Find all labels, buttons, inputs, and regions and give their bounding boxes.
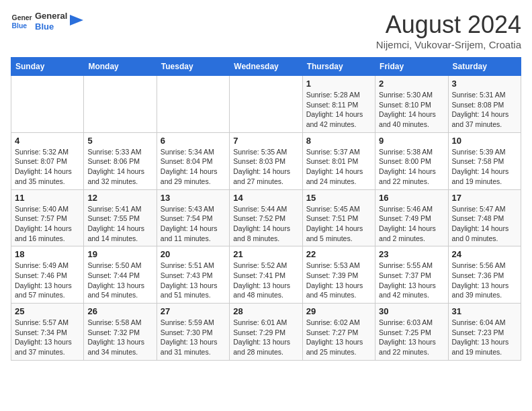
day-info: Sunrise: 5:56 AMSunset: 7:36 PMDaylight:…: [452, 261, 517, 300]
calendar-cell: 1Sunrise: 5:28 AMSunset: 8:11 PMDaylight…: [302, 76, 375, 133]
day-info: Sunrise: 5:47 AMSunset: 7:48 PMDaylight:…: [452, 204, 517, 244]
calendar-cell: 9Sunrise: 5:38 AMSunset: 8:00 PMDaylight…: [375, 132, 448, 189]
day-info: Sunrise: 5:41 AMSunset: 7:55 PMDaylight:…: [87, 204, 152, 244]
day-number: 10: [452, 136, 517, 146]
day-number: 12: [87, 193, 152, 203]
day-info: Sunrise: 5:39 AMSunset: 7:58 PMDaylight:…: [452, 147, 517, 187]
calendar-week-4: 25Sunrise: 5:57 AMSunset: 7:34 PMDayligh…: [11, 304, 521, 361]
day-info: Sunrise: 5:32 AMSunset: 8:07 PMDaylight:…: [15, 147, 80, 187]
day-info: Sunrise: 5:59 AMSunset: 7:30 PMDaylight:…: [161, 318, 226, 357]
calendar-week-2: 11Sunrise: 5:40 AMSunset: 7:57 PMDayligh…: [11, 189, 521, 246]
calendar-cell: [84, 76, 157, 133]
calendar-cell: 13Sunrise: 5:43 AMSunset: 7:54 PMDayligh…: [157, 189, 229, 246]
calendar-cell: 24Sunrise: 5:56 AMSunset: 7:36 PMDayligh…: [448, 246, 521, 304]
day-info: Sunrise: 5:44 AMSunset: 7:52 PMDaylight:…: [233, 204, 298, 244]
day-info: Sunrise: 5:53 AMSunset: 7:39 PMDaylight:…: [306, 261, 371, 300]
day-info: Sunrise: 5:35 AMSunset: 8:03 PMDaylight:…: [233, 147, 298, 187]
day-number: 14: [233, 193, 298, 203]
day-number: 25: [15, 306, 80, 316]
column-header-thursday: Thursday: [302, 58, 375, 76]
day-number: 15: [306, 193, 371, 203]
calendar-cell: 27Sunrise: 5:59 AMSunset: 7:30 PMDayligh…: [157, 304, 229, 361]
day-info: Sunrise: 5:34 AMSunset: 8:04 PMDaylight:…: [161, 147, 226, 187]
day-number: 9: [379, 136, 444, 146]
day-number: 1: [306, 79, 371, 89]
day-number: 20: [161, 249, 226, 259]
day-info: Sunrise: 5:45 AMSunset: 7:51 PMDaylight:…: [306, 204, 371, 244]
calendar-cell: 15Sunrise: 5:45 AMSunset: 7:51 PMDayligh…: [302, 189, 375, 246]
logo: General Blue General Blue: [11, 11, 83, 32]
calendar-cell: 6Sunrise: 5:34 AMSunset: 8:04 PMDaylight…: [157, 132, 229, 189]
day-info: Sunrise: 5:28 AMSunset: 8:11 PMDaylight:…: [306, 90, 371, 130]
calendar-cell: 26Sunrise: 5:58 AMSunset: 7:32 PMDayligh…: [84, 304, 157, 361]
day-info: Sunrise: 5:58 AMSunset: 7:32 PMDaylight:…: [87, 318, 152, 357]
day-number: 30: [379, 306, 444, 316]
calendar-cell: 18Sunrise: 5:49 AMSunset: 7:46 PMDayligh…: [11, 246, 84, 304]
calendar-table: SundayMondayTuesdayWednesdayThursdayFrid…: [11, 57, 521, 361]
day-info: Sunrise: 6:02 AMSunset: 7:27 PMDaylight:…: [306, 318, 371, 357]
calendar-cell: 12Sunrise: 5:41 AMSunset: 7:55 PMDayligh…: [84, 189, 157, 246]
calendar-cell: 10Sunrise: 5:39 AMSunset: 7:58 PMDayligh…: [448, 132, 521, 189]
column-header-friday: Friday: [375, 58, 448, 76]
calendar-cell: 29Sunrise: 6:02 AMSunset: 7:27 PMDayligh…: [302, 304, 375, 361]
calendar-cell: 20Sunrise: 5:51 AMSunset: 7:43 PMDayligh…: [157, 246, 229, 304]
day-number: 22: [306, 249, 371, 259]
day-number: 28: [233, 306, 298, 316]
column-header-saturday: Saturday: [448, 58, 521, 76]
day-number: 2: [379, 79, 444, 89]
calendar-cell: 7Sunrise: 5:35 AMSunset: 8:03 PMDaylight…: [230, 132, 302, 189]
calendar-cell: 2Sunrise: 5:30 AMSunset: 8:10 PMDaylight…: [375, 76, 448, 133]
day-number: 5: [87, 136, 152, 146]
day-number: 27: [161, 306, 226, 316]
month-title: August 2024: [376, 11, 521, 39]
day-number: 23: [379, 249, 444, 259]
day-number: 7: [233, 136, 298, 146]
calendar-cell: 5Sunrise: 5:33 AMSunset: 8:06 PMDaylight…: [84, 132, 157, 189]
day-number: 17: [452, 193, 517, 203]
day-info: Sunrise: 5:49 AMSunset: 7:46 PMDaylight:…: [15, 261, 80, 300]
page-header: General Blue General Blue August 2024 Ni…: [11, 11, 521, 50]
day-info: Sunrise: 5:38 AMSunset: 8:00 PMDaylight:…: [379, 147, 444, 187]
calendar-cell: [230, 76, 302, 133]
calendar-cell: 25Sunrise: 5:57 AMSunset: 7:34 PMDayligh…: [11, 304, 84, 361]
calendar-cell: 4Sunrise: 5:32 AMSunset: 8:07 PMDaylight…: [11, 132, 84, 189]
calendar-cell: 30Sunrise: 6:03 AMSunset: 7:25 PMDayligh…: [375, 304, 448, 361]
svg-marker-3: [70, 15, 83, 26]
calendar-cell: 23Sunrise: 5:55 AMSunset: 7:37 PMDayligh…: [375, 246, 448, 304]
day-number: 6: [161, 136, 226, 146]
day-number: 16: [379, 193, 444, 203]
logo-icon: General Blue: [11, 11, 32, 32]
calendar-week-0: 1Sunrise: 5:28 AMSunset: 8:11 PMDaylight…: [11, 76, 521, 133]
calendar-week-1: 4Sunrise: 5:32 AMSunset: 8:07 PMDaylight…: [11, 132, 521, 189]
calendar-cell: 31Sunrise: 6:04 AMSunset: 7:23 PMDayligh…: [448, 304, 521, 361]
column-header-monday: Monday: [84, 58, 157, 76]
logo-general: General: [35, 11, 67, 21]
calendar-week-3: 18Sunrise: 5:49 AMSunset: 7:46 PMDayligh…: [11, 246, 521, 304]
day-number: 11: [15, 193, 80, 203]
day-number: 24: [452, 249, 517, 259]
calendar-cell: 17Sunrise: 5:47 AMSunset: 7:48 PMDayligh…: [448, 189, 521, 246]
svg-text:General: General: [12, 14, 32, 21]
calendar-cell: 19Sunrise: 5:50 AMSunset: 7:44 PMDayligh…: [84, 246, 157, 304]
title-block: August 2024 Nijemci, Vukovar-Srijem, Cro…: [376, 11, 521, 50]
calendar-cell: [157, 76, 229, 133]
calendar-header-row: SundayMondayTuesdayWednesdayThursdayFrid…: [11, 58, 521, 76]
day-info: Sunrise: 5:55 AMSunset: 7:37 PMDaylight:…: [379, 261, 444, 300]
logo-arrow-icon: [70, 15, 83, 28]
calendar-cell: 22Sunrise: 5:53 AMSunset: 7:39 PMDayligh…: [302, 246, 375, 304]
column-header-sunday: Sunday: [11, 58, 84, 76]
day-info: Sunrise: 6:03 AMSunset: 7:25 PMDaylight:…: [379, 318, 444, 357]
day-number: 8: [306, 136, 371, 146]
svg-text:Blue: Blue: [12, 22, 28, 30]
day-info: Sunrise: 5:51 AMSunset: 7:43 PMDaylight:…: [161, 261, 226, 300]
column-header-tuesday: Tuesday: [157, 58, 229, 76]
day-info: Sunrise: 5:43 AMSunset: 7:54 PMDaylight:…: [161, 204, 226, 244]
calendar-cell: 3Sunrise: 5:31 AMSunset: 8:08 PMDaylight…: [448, 76, 521, 133]
calendar-cell: 16Sunrise: 5:46 AMSunset: 7:49 PMDayligh…: [375, 189, 448, 246]
day-info: Sunrise: 5:46 AMSunset: 7:49 PMDaylight:…: [379, 204, 444, 244]
day-number: 31: [452, 306, 517, 316]
day-info: Sunrise: 5:40 AMSunset: 7:57 PMDaylight:…: [15, 204, 80, 244]
day-info: Sunrise: 5:33 AMSunset: 8:06 PMDaylight:…: [87, 147, 152, 187]
calendar-cell: 28Sunrise: 6:01 AMSunset: 7:29 PMDayligh…: [230, 304, 302, 361]
day-number: 4: [15, 136, 80, 146]
